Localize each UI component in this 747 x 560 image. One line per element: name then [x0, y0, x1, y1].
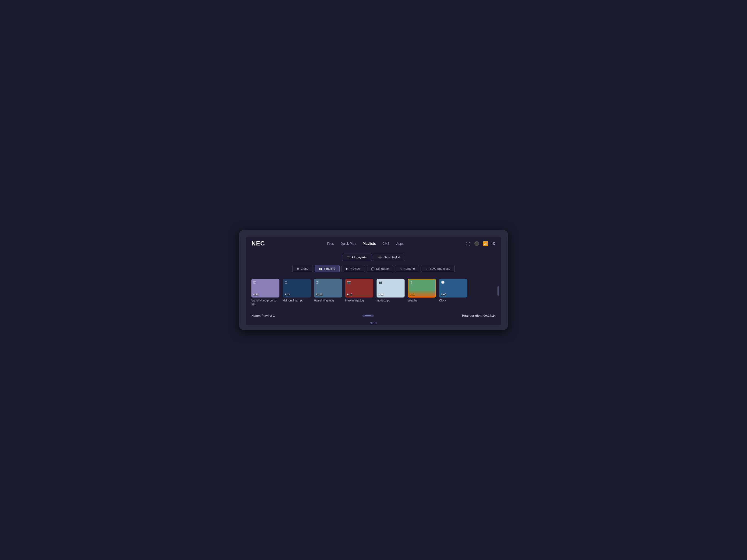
playlist-name: Name: Playlist 1	[251, 314, 275, 317]
playlist-tabs: ☰ All playlists ➕ New playlist	[246, 250, 501, 262]
media-thumb-2: ◫ 3:43	[283, 279, 311, 297]
media-label-7: Clock	[439, 299, 467, 302]
media-thumb-7: 🕐 2:00	[439, 279, 467, 297]
globe-icon[interactable]: ⚫	[474, 241, 479, 246]
duration-5: 0:10	[379, 293, 384, 296]
duration-6: 2:00	[410, 293, 415, 296]
media-card-3[interactable]: ◫ 12:01 Hair-drying.mpg	[314, 279, 342, 302]
preview-button[interactable]: ▶ Preview	[341, 265, 365, 272]
media-thumb-1: ◫ 4:20	[251, 279, 279, 297]
preview-label: Preview	[350, 267, 360, 270]
image-icon-5: 📷	[379, 281, 382, 284]
media-label-5: model1.jpg	[377, 299, 405, 302]
nav-playlists[interactable]: Playlists	[363, 242, 376, 245]
settings-icon[interactable]: ⚙	[492, 241, 496, 246]
media-label-2: Hair-cutting.mpg	[283, 299, 311, 302]
media-card-4[interactable]: 📷 0:10 intro-image.jpg	[345, 279, 373, 302]
save-close-label: Save and close	[430, 267, 450, 270]
media-label-1: brand-video-promo.mpg	[251, 299, 279, 305]
media-label-4: intro-image.jpg	[345, 299, 373, 302]
nav-links: Files Quick Play Playlists CMS Apps	[327, 242, 404, 245]
rename-label: Rename	[403, 267, 415, 270]
weather-icon-6: ⇧	[410, 281, 413, 285]
video-icon-2: ◫	[285, 281, 287, 284]
schedule-icon: ◯	[371, 267, 375, 270]
schedule-label: Schedule	[376, 267, 389, 270]
list-icon: ☰	[347, 256, 350, 259]
plus-icon: ➕	[378, 256, 382, 259]
total-duration: Total duration: 00:24:24	[462, 314, 496, 317]
timeline-button[interactable]: ▮▮ Timeline	[315, 265, 340, 272]
duration-4: 0:10	[347, 293, 352, 296]
duration-2: 3:43	[285, 293, 290, 296]
media-thumb-4: 📷 0:10	[345, 279, 373, 297]
new-playlist-button[interactable]: ➕ New playlist	[373, 254, 405, 261]
scrollbar-nub[interactable]	[497, 286, 499, 296]
close-button[interactable]: ✖ Close	[292, 265, 313, 272]
nav-cms[interactable]: CMS	[382, 242, 390, 245]
wifi-icon[interactable]: 📶	[483, 241, 488, 246]
duration-7: 2:00	[441, 293, 446, 296]
rename-button[interactable]: ✎ Rename	[395, 265, 419, 272]
bottom-brand-label: NEC	[370, 322, 377, 325]
top-nav: NEC Files Quick Play Playlists CMS Apps …	[246, 237, 501, 250]
nav-icons: ◯ ⚫ 📶 ⚙	[466, 241, 496, 246]
timeline-icon: ▮▮	[319, 267, 323, 270]
play-icon: ▶	[346, 267, 348, 270]
user-icon[interactable]: ◯	[466, 241, 470, 246]
media-thumb-3: ◫ 12:01	[314, 279, 342, 297]
check-icon: ✓	[426, 267, 428, 270]
monitor-bottom: NEC	[246, 320, 501, 325]
media-card-5[interactable]: 📷 0:10 model1.jpg	[377, 279, 405, 302]
close-icon: ✖	[297, 267, 299, 270]
toolbar: ✖ Close ▮▮ Timeline ▶ Preview ◯ Schedule…	[246, 262, 501, 274]
media-thumb-5: 📷 0:10	[377, 279, 405, 297]
save-close-button[interactable]: ✓ Save and close	[421, 265, 455, 272]
video-icon-1: ◫	[253, 281, 256, 284]
clock-icon-7: 🕐	[441, 281, 445, 284]
new-playlist-label: New playlist	[384, 256, 400, 259]
duration-1: 4:20	[253, 293, 258, 296]
scroll-indicator[interactable]	[362, 315, 374, 317]
media-card-7[interactable]: 🕐 2:00 Clock	[439, 279, 467, 302]
media-card-6[interactable]: ⇧ 2:00 Weather Switch item Duration	[408, 279, 436, 302]
image-icon-4: 📷	[347, 281, 351, 284]
rename-icon: ✎	[400, 267, 402, 270]
media-area: ◫ 4:20 brand-video-promo.mpg ◫ 3:43 Hair…	[246, 274, 501, 308]
schedule-button[interactable]: ◯ Schedule	[367, 265, 393, 272]
nav-quickplay[interactable]: Quick Play	[340, 242, 356, 245]
monitor-screen: NEC Files Quick Play Playlists CMS Apps …	[246, 237, 501, 325]
status-bar: Name: Playlist 1 Total duration: 00:24:2…	[246, 312, 501, 320]
logo: NEC	[251, 240, 265, 247]
nav-apps[interactable]: Apps	[396, 242, 404, 245]
all-playlists-tab[interactable]: ☰ All playlists	[342, 254, 372, 261]
media-label-6: Weather	[408, 299, 436, 302]
media-card-1[interactable]: ◫ 4:20 brand-video-promo.mpg	[251, 279, 279, 305]
all-playlists-label: All playlists	[352, 256, 366, 259]
timeline-label: Timeline	[324, 267, 335, 270]
close-label: Close	[301, 267, 308, 270]
media-label-3: Hair-drying.mpg	[314, 299, 342, 302]
media-thumb-6: ⇧ 2:00	[408, 279, 436, 297]
monitor-outer: NEC Files Quick Play Playlists CMS Apps …	[239, 230, 508, 330]
media-card-2[interactable]: ◫ 3:43 Hair-cutting.mpg	[283, 279, 311, 302]
duration-3: 12:01	[316, 293, 323, 296]
nav-files[interactable]: Files	[327, 242, 334, 245]
video-icon-3: ◫	[316, 281, 319, 284]
